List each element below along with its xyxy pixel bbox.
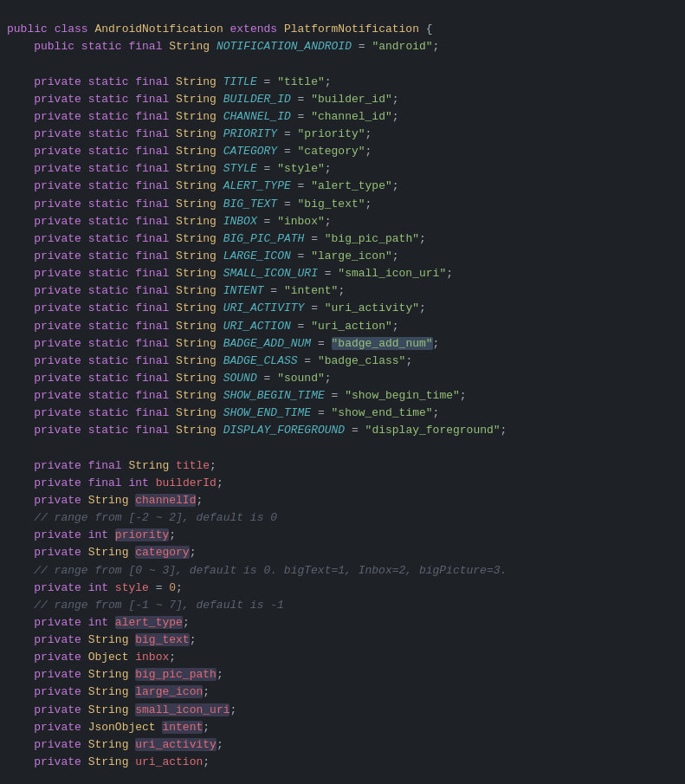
code-line: private static final String INTENT = "in… [0, 282, 685, 300]
code-line: private String small_icon_uri; [0, 702, 685, 719]
code-line: private int style = 0; [0, 580, 685, 597]
code-line: private String category; [0, 544, 685, 561]
code-line: private static final String BADGE_ADD_NU… [0, 335, 685, 353]
code-line: private static final String SMALL_ICON_U… [0, 265, 685, 282]
code-line: private static final String INBOX = "inb… [0, 213, 685, 230]
code-line: private String channelId; [0, 492, 685, 509]
code-line: // range from [0 ~ 3], default is 0. big… [0, 562, 685, 580]
code-line: // range from [-2 ~ 2], default is 0 [0, 509, 685, 527]
code-line: private static final String SOUND = "sou… [0, 370, 685, 387]
code-line: private int priority; [0, 527, 685, 544]
code-line: private JsonObject intent; [0, 719, 685, 736]
code-line: private static final String SHOW_BEGIN_T… [0, 387, 685, 405]
code-line: private static final String CHANNEL_ID =… [0, 108, 685, 126]
code-line: private static final String BIG_TEXT = "… [0, 196, 685, 213]
code-line: private static final String ALERT_TYPE =… [0, 178, 685, 195]
code-line: // range from [-1 ~ 7], default is -1 [0, 597, 685, 614]
code-line: private String large_icon; [0, 684, 685, 701]
code-line: private static final String BIG_PIC_PATH… [0, 230, 685, 248]
code-line [0, 440, 685, 457]
code-editor: public class AndroidNotification extends… [0, 0, 685, 774]
code-line: private String uri_action; [0, 754, 685, 771]
code-line: private int alert_type; [0, 614, 685, 632]
code-line [0, 55, 685, 73]
code-line: private static final String BUILDER_ID =… [0, 91, 685, 108]
code-line: public class AndroidNotification extends… [0, 21, 685, 38]
code-line: private String big_pic_path; [0, 666, 685, 684]
code-line: private static final String BADGE_CLASS … [0, 353, 685, 370]
code-line: private static final String CATEGORY = "… [0, 143, 685, 160]
code-line: private Object inbox; [0, 649, 685, 666]
code-line: private static final String TITLE = "tit… [0, 74, 685, 91]
code-line: private String uri_activity; [0, 736, 685, 754]
code-line: private static final String PRIORITY = "… [0, 126, 685, 143]
code-line: public static final String NOTIFICATION_… [0, 38, 685, 55]
code-line: private static final String LARGE_ICON =… [0, 248, 685, 265]
code-line: private static final String SHOW_END_TIM… [0, 405, 685, 422]
code-line: private static final String URI_ACTION =… [0, 318, 685, 335]
code-line: private static final String STYLE = "sty… [0, 160, 685, 178]
code-line: private static final String DISPLAY_FORE… [0, 422, 685, 439]
code-line: private final String title; [0, 457, 685, 475]
code-line: private final int builderId; [0, 475, 685, 492]
code-line: private static final String URI_ACTIVITY… [0, 300, 685, 317]
code-line: private String big_text; [0, 632, 685, 649]
